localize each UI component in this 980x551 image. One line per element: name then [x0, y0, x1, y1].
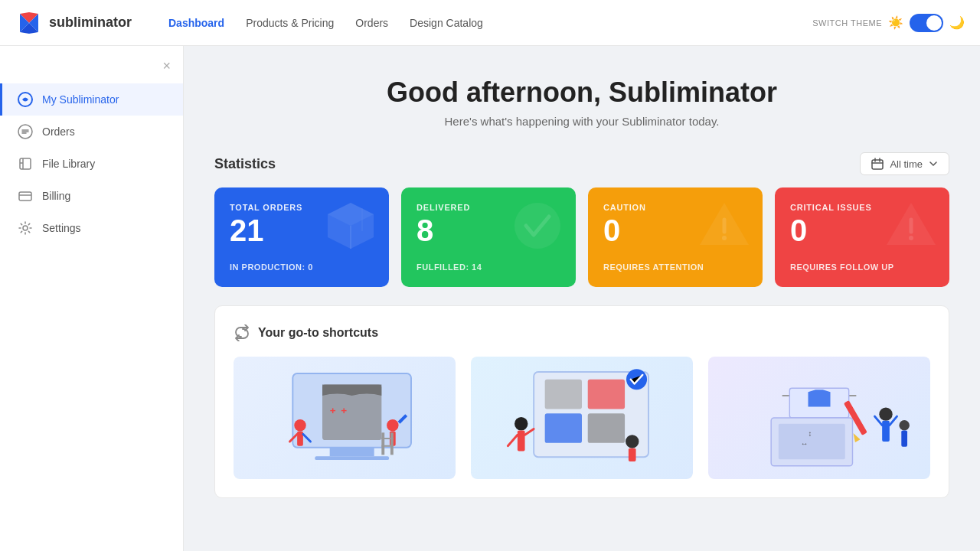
svg-rect-46: [779, 424, 845, 459]
svg-point-12: [722, 236, 727, 240]
shortcuts-header: Your go-to shortcuts: [234, 324, 930, 341]
svg-rect-27: [390, 432, 394, 455]
shortcut-illustration-2: [471, 357, 693, 479]
file-library-icon: [18, 156, 33, 171]
box-icon: [320, 195, 381, 256]
theme-toggle[interactable]: [910, 14, 943, 32]
theme-switch: SWITCH THEME ☀️ 🌙: [812, 14, 965, 32]
shortcut-item-2[interactable]: [471, 357, 693, 479]
settings-icon: [18, 220, 33, 236]
sun-icon: ☀️: [888, 15, 903, 30]
svg-point-13: [909, 236, 913, 240]
chevron-down-icon: [929, 159, 938, 168]
shortcut-item-1[interactable]: + +: [234, 357, 456, 479]
calendar-icon: [871, 158, 884, 170]
svg-text:+: +: [330, 405, 336, 416]
warning-icon: [694, 195, 755, 256]
svg-rect-31: [545, 380, 582, 409]
svg-text:↔: ↔: [801, 439, 808, 448]
svg-point-9: [23, 226, 28, 230]
orders-icon: [18, 124, 33, 139]
stat-sub: REQUIRES ATTENTION: [603, 262, 747, 272]
shortcut-illustration-3: ↔ ↕: [708, 357, 930, 479]
statistics-header: Statistics All time: [214, 152, 949, 175]
logo[interactable]: subliminator: [15, 9, 138, 37]
stat-sub: IN PRODUCTION: 0: [230, 262, 374, 272]
svg-point-55: [899, 420, 910, 431]
svg-point-36: [514, 417, 528, 430]
shortcuts-title: Your go-to shortcuts: [258, 326, 378, 340]
svg-line-38: [508, 435, 518, 446]
nav-links: Dashboard Products & Pricing Orders Desi…: [168, 17, 782, 29]
share-icon: [234, 324, 250, 341]
time-filter-label: All time: [890, 158, 923, 170]
shortcut-grid: + +: [234, 357, 930, 479]
svg-rect-26: [381, 432, 384, 455]
svg-point-51: [879, 407, 892, 420]
sidebar-item-orders[interactable]: Orders: [0, 116, 183, 148]
logo-text: subliminator: [49, 15, 132, 31]
sidebar-item-label: Settings: [42, 222, 81, 234]
sidebar-item-label: Billing: [42, 190, 70, 202]
nav-orders[interactable]: Orders: [355, 17, 388, 29]
moon-icon: 🌙: [949, 15, 965, 30]
sidebar-item-my-subliminator[interactable]: My Subliminator: [0, 83, 183, 116]
svg-rect-8: [19, 192, 31, 201]
stat-sub: REQUIRES FOLLOW UP: [790, 262, 934, 272]
greeting-section: Good afternoon, Subliminator Here's what…: [214, 77, 949, 128]
svg-line-39: [525, 429, 534, 435]
critical-warning-icon: [880, 195, 942, 256]
my-subliminator-icon: [18, 92, 33, 107]
sidebar-item-file-library[interactable]: File Library: [0, 148, 183, 180]
svg-rect-10: [872, 160, 883, 169]
time-filter-dropdown[interactable]: All time: [860, 152, 949, 175]
stat-card-critical-issues[interactable]: CRITICAL ISSUES 0 REQUIRES FOLLOW UP: [775, 187, 949, 287]
top-navigation: subliminator Dashboard Products & Pricin…: [0, 0, 980, 46]
greeting-subtitle: Here's what's happening with your Sublim…: [214, 115, 949, 128]
svg-rect-15: [330, 448, 374, 457]
billing-icon: [18, 188, 33, 204]
svg-rect-19: [297, 431, 303, 445]
sidebar-item-settings[interactable]: Settings: [0, 212, 183, 244]
svg-rect-7: [20, 158, 31, 169]
stat-sub: FULFILLED: 14: [416, 262, 560, 272]
stat-card-caution[interactable]: CAUTION 0 REQUIRES ATTENTION: [588, 187, 763, 287]
nav-design-catalog[interactable]: Design Catalog: [410, 17, 483, 29]
shortcut-item-3[interactable]: ↔ ↕: [708, 357, 930, 479]
sidebar-close-button[interactable]: ×: [0, 58, 183, 83]
svg-rect-16: [315, 456, 389, 460]
shortcuts-card: Your go-to shortcuts: [214, 305, 949, 498]
svg-rect-37: [518, 430, 525, 451]
svg-point-40: [626, 435, 639, 448]
nav-dashboard[interactable]: Dashboard: [168, 17, 224, 29]
svg-rect-52: [882, 421, 890, 442]
nav-products-pricing[interactable]: Products & Pricing: [246, 17, 334, 29]
sidebar: × My Subliminator Orders File Library: [0, 46, 184, 551]
svg-point-22: [387, 419, 398, 431]
sidebar-item-label: Orders: [42, 126, 75, 138]
sidebar-item-billing[interactable]: Billing: [0, 180, 183, 212]
svg-text:+: +: [341, 405, 347, 416]
greeting-title: Good afternoon, Subliminator: [214, 77, 949, 109]
svg-rect-41: [629, 448, 636, 461]
stats-grid: TOTAL ORDERS 21 IN PRODUCTION: 0 DELIVER…: [214, 187, 949, 287]
main-content: Good afternoon, Subliminator Here's what…: [184, 46, 980, 551]
shortcut-illustration-1: + +: [234, 357, 456, 479]
sidebar-item-label: My Subliminator: [42, 93, 119, 106]
check-circle-icon: [507, 195, 568, 256]
sidebar-item-label: File Library: [42, 158, 95, 170]
svg-rect-33: [545, 413, 582, 443]
statistics-title: Statistics: [214, 156, 276, 172]
svg-point-18: [294, 419, 305, 431]
svg-text:↕: ↕: [808, 429, 812, 438]
theme-switch-label: SWITCH THEME: [812, 18, 882, 28]
svg-rect-56: [901, 430, 907, 446]
svg-rect-32: [588, 380, 625, 409]
svg-point-11: [514, 203, 560, 249]
toggle-thumb: [926, 15, 942, 31]
svg-rect-34: [588, 413, 625, 443]
stat-card-delivered[interactable]: DELIVERED 8 FULFILLED: 14: [401, 187, 576, 287]
stat-card-total-orders[interactable]: TOTAL ORDERS 21 IN PRODUCTION: 0: [214, 187, 389, 287]
